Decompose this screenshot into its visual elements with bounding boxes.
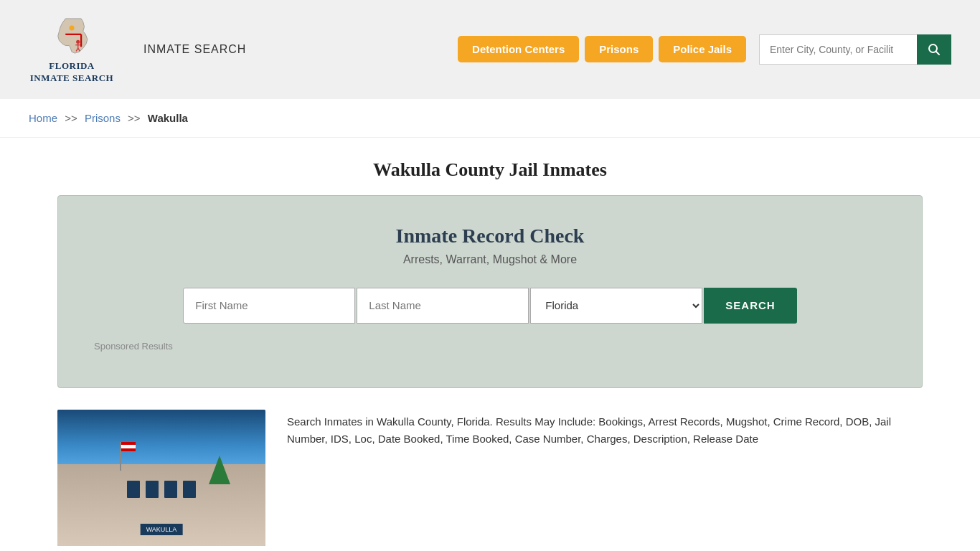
bottom-section: WAKULLA Search Inmates in Wakulla County… bbox=[57, 410, 923, 546]
svg-point-2 bbox=[70, 26, 75, 31]
jail-flag-pole bbox=[120, 442, 121, 471]
record-check-form: Florida Alabama Georgia Tennessee Texas … bbox=[94, 288, 886, 324]
jail-windows bbox=[78, 481, 245, 498]
header: FLORIDAINMATE SEARCH INMATE SEARCH Deten… bbox=[0, 0, 980, 99]
header-search-button[interactable] bbox=[917, 34, 951, 65]
logo-area: FLORIDAINMATE SEARCH bbox=[29, 14, 115, 85]
last-name-input[interactable] bbox=[357, 288, 529, 324]
jail-text-area: Search Inmates in Wakulla County, Florid… bbox=[287, 410, 923, 448]
svg-line-9 bbox=[936, 51, 940, 55]
record-search-button[interactable]: SEARCH bbox=[704, 288, 796, 324]
record-check-title: Inmate Record Check bbox=[94, 225, 886, 248]
svg-point-3 bbox=[76, 40, 80, 44]
logo-title: FLORIDAINMATE SEARCH bbox=[30, 60, 113, 85]
first-name-input[interactable] bbox=[183, 288, 355, 324]
jail-window bbox=[164, 481, 177, 498]
breadcrumb-prisons-link[interactable]: Prisons bbox=[85, 112, 121, 124]
breadcrumb-sep1: >> bbox=[65, 112, 77, 124]
page-title-area: Wakulla County Jail Inmates bbox=[0, 138, 980, 195]
jail-image: WAKULLA bbox=[57, 410, 265, 546]
jail-sign: WAKULLA bbox=[141, 524, 183, 535]
breadcrumb-sep2: >> bbox=[128, 112, 141, 124]
florida-map-logo bbox=[47, 14, 97, 57]
record-check-subtitle: Arrests, Warrant, Mugshot & More bbox=[94, 253, 886, 266]
search-icon bbox=[927, 42, 941, 57]
detention-centers-button[interactable]: Detention Centers bbox=[458, 36, 579, 62]
police-jails-button[interactable]: Police Jails bbox=[659, 36, 746, 62]
header-search-input[interactable] bbox=[759, 34, 917, 65]
prisons-button[interactable]: Prisons bbox=[585, 36, 653, 62]
jail-sky bbox=[57, 410, 265, 471]
sponsored-results-label: Sponsored Results bbox=[94, 341, 886, 352]
header-search-bar bbox=[759, 34, 951, 65]
breadcrumb-current: Wakulla bbox=[148, 112, 188, 124]
jail-window bbox=[183, 481, 196, 498]
jail-description: Search Inmates in Wakulla County, Florid… bbox=[287, 413, 923, 448]
jail-window bbox=[146, 481, 159, 498]
breadcrumb: Home >> Prisons >> Wakulla bbox=[0, 99, 980, 138]
record-check-box: Inmate Record Check Arrests, Warrant, Mu… bbox=[57, 195, 923, 388]
page-title: Wakulla County Jail Inmates bbox=[29, 159, 951, 181]
inmate-search-label: INMATE SEARCH bbox=[143, 43, 246, 56]
breadcrumb-home-link[interactable]: Home bbox=[29, 112, 57, 124]
jail-flag bbox=[121, 442, 136, 451]
nav-area: Detention Centers Prisons Police Jails bbox=[458, 34, 951, 65]
jail-window bbox=[127, 481, 140, 498]
state-select[interactable]: Florida Alabama Georgia Tennessee Texas bbox=[530, 288, 702, 324]
